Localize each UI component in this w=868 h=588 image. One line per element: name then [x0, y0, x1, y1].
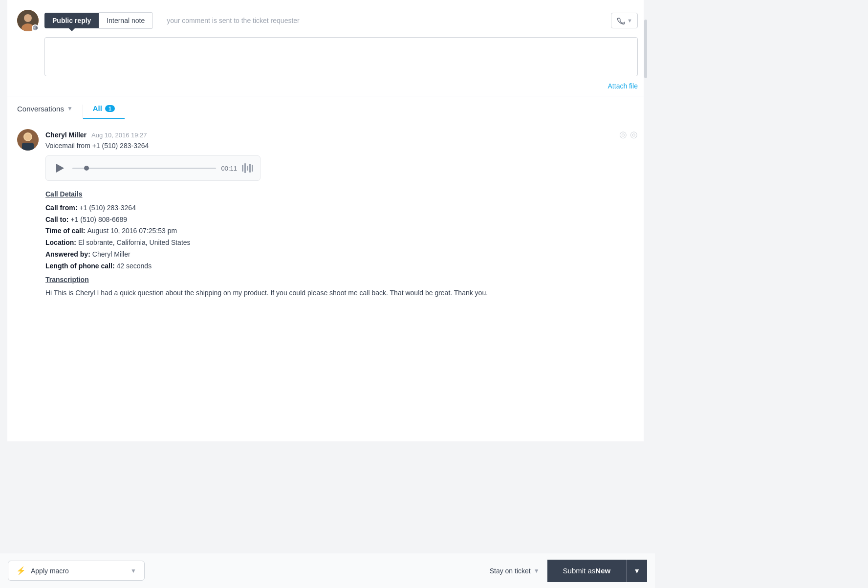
- time-of-call-label: Time of call:: [45, 225, 85, 237]
- call-to-label: Call to:: [45, 214, 68, 226]
- conversations-label[interactable]: Conversations ▼: [17, 105, 83, 119]
- user-avatar-wrapper: [17, 10, 39, 31]
- transcription-text: Hi This is Cheryl I had a quick question…: [45, 287, 638, 298]
- reply-actions: ▼: [611, 13, 638, 28]
- time-of-call-value: August 10, 2016 07:25:53 pm: [87, 225, 177, 237]
- message-area: Cheryl Miller Aug 10, 2016 19:27 ◎ ◎ Voi…: [7, 119, 648, 308]
- audio-progress-dot: [84, 166, 89, 171]
- answered-by-row: Answered by: Cheryl Miller: [45, 249, 638, 261]
- time-of-call-row: Time of call: August 10, 2016 07:25:53 p…: [45, 225, 638, 237]
- phone-icon-button[interactable]: ▼: [611, 13, 638, 28]
- tab-all-label: All: [93, 104, 102, 112]
- reply-tabs: Public reply Internal note: [44, 12, 153, 29]
- call-from-label: Call from:: [45, 202, 77, 214]
- message-row: Cheryl Miller Aug 10, 2016 19:27 ◎ ◎ Voi…: [17, 129, 638, 299]
- reply-hint: your comment is sent to the ticket reque…: [159, 17, 605, 24]
- scrollbar-thumb[interactable]: [644, 20, 647, 78]
- scrollbar[interactable]: [644, 0, 648, 441]
- attach-file-row: Attach file: [17, 78, 638, 96]
- more-icon[interactable]: ◎: [630, 129, 638, 140]
- call-details-title[interactable]: Call Details: [45, 189, 638, 200]
- voicemail-text: Voicemail from +1 (510) 283-3264: [45, 142, 638, 150]
- svg-point-1: [24, 14, 32, 22]
- location-label: Location:: [45, 237, 76, 249]
- conversations-text: Conversations: [17, 105, 64, 113]
- call-from-value: +1 (510) 283-3264: [79, 202, 136, 214]
- message-meta: Cheryl Miller Aug 10, 2016 19:27 ◎ ◎: [45, 129, 638, 140]
- location-value: El sobrante, California, United States: [78, 237, 191, 249]
- cheryl-avatar: [17, 129, 39, 151]
- transcription-title[interactable]: Transcription: [45, 274, 638, 286]
- audio-waveform: [242, 163, 253, 173]
- svg-marker-8: [56, 164, 64, 173]
- length-value: 42 seconds: [117, 261, 152, 272]
- svg-rect-6: [22, 143, 34, 151]
- call-to-row: Call to: +1 (510) 808-6689: [45, 214, 638, 226]
- listen-icon[interactable]: ◎: [619, 129, 627, 140]
- audio-progress-bar[interactable]: [72, 168, 216, 169]
- answered-by-value: Cheryl Miller: [92, 249, 130, 261]
- audio-time: 00:11: [221, 165, 237, 172]
- conversations-nav: Conversations ▼ All 1: [17, 96, 638, 119]
- reply-area: Public reply Internal note your comment …: [7, 0, 648, 96]
- attach-file-link[interactable]: Attach file: [608, 82, 638, 90]
- answered-by-label: Answered by:: [45, 249, 90, 261]
- svg-point-7: [24, 133, 31, 140]
- length-label: Length of phone call:: [45, 261, 115, 272]
- reply-textarea[interactable]: [44, 37, 638, 76]
- call-from-row: Call from: +1 (510) 283-3264: [45, 202, 638, 214]
- conversations-section: Conversations ▼ All 1: [7, 96, 648, 119]
- message-content: Cheryl Miller Aug 10, 2016 19:27 ◎ ◎ Voi…: [45, 129, 638, 299]
- tab-all-badge: 1: [105, 105, 115, 112]
- tab-all[interactable]: All 1: [83, 104, 125, 119]
- conversations-chevron-icon: ▼: [67, 105, 73, 112]
- message-actions: ◎ ◎: [619, 129, 638, 140]
- message-author: Cheryl Miller: [45, 131, 87, 139]
- call-to-value: +1 (510) 808-6689: [70, 214, 127, 226]
- play-button[interactable]: [53, 161, 67, 175]
- avatar-status-indicator: [32, 24, 39, 31]
- length-row: Length of phone call: 42 seconds: [45, 261, 638, 272]
- audio-player: 00:11: [45, 155, 260, 181]
- internal-note-tab[interactable]: Internal note: [99, 12, 153, 29]
- reply-compose: [44, 37, 638, 78]
- call-details: Call Details Call from: +1 (510) 283-326…: [45, 189, 638, 299]
- message-timestamp: Aug 10, 2016 19:27: [91, 131, 147, 139]
- location-row: Location: El sobrante, California, Unite…: [45, 237, 638, 249]
- phone-dropdown-chevron: ▼: [627, 18, 632, 23]
- public-reply-tab[interactable]: Public reply: [44, 13, 99, 28]
